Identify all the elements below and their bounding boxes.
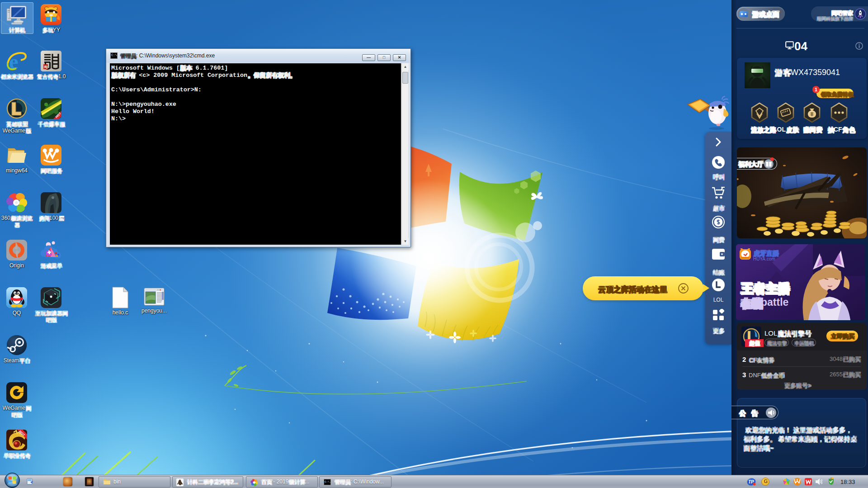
svg-text:勾: 勾 xyxy=(44,65,48,69)
